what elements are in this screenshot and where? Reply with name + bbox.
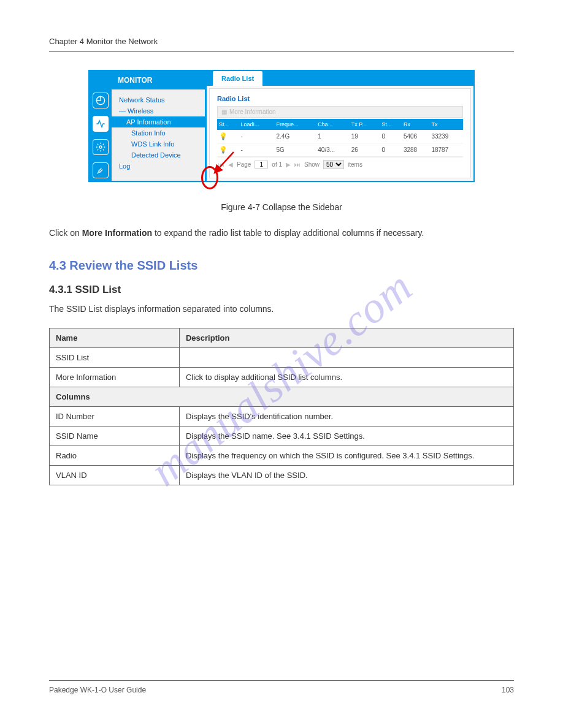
nav-station-info[interactable]: Station Info [112,127,205,138]
nav-network-status[interactable]: Network Status [112,94,205,105]
dashboard-icon[interactable] [93,93,109,108]
next-page-icon[interactable]: ▶ [286,161,291,168]
figure-caption: Figure 4-7 Collapse the Sidebar [49,200,514,214]
nav-detected-device[interactable]: Detected Device [112,150,205,161]
cell: 0 [380,143,401,157]
panel-heading: Radio List [217,95,463,102]
nav-log[interactable]: Log [112,161,205,172]
nav-ap-information[interactable]: AP Information [112,116,205,127]
definition-table: Name Description SSID List More Informat… [49,328,514,485]
table-row[interactable]: 💡 - 5G 40/3... 26 0 3288 18787 [217,143,463,157]
page-size-select[interactable]: 50 [323,160,344,169]
table-section-row: Columns [50,387,514,407]
svg-point-1 [99,146,102,148]
body-paragraph: The SSID List displays information separ… [49,302,514,316]
page-label: Page [237,161,251,168]
col-freq[interactable]: Freque... [275,119,316,130]
items-label: items [348,161,362,168]
footer-left: Pakedge WK-1-O User Guide [49,686,146,694]
header-rule [49,51,514,51]
cell: 1 [316,130,349,143]
tab-radio-list[interactable]: Radio List [213,71,262,86]
cell: - [239,143,274,157]
col-desc: Description [179,328,513,348]
cell: 19 [350,130,380,143]
sidebar-icon-rail [90,71,112,181]
cell: 26 [350,143,380,157]
table-row: SSID NameDisplays the SSID name. See 3.4… [50,427,514,446]
tab-row: Radio List [207,71,473,86]
more-information-button[interactable]: ▦ More Information [217,106,463,118]
sidebar-nav: MONITOR Network Status — Wireless AP Inf… [112,71,207,181]
body-paragraph: Click on More Information to expand the … [49,226,514,240]
col-rx[interactable]: Rx [402,119,430,130]
more-info-label: More Information [229,108,276,115]
col-tx[interactable]: Tx [429,119,463,130]
table-row[interactable]: 💡 - 2.4G 1 19 0 5406 33239 [217,130,463,143]
cell: 5406 [402,130,430,143]
table-row: More InformationClick to display additio… [50,368,514,387]
table-row: ID NumberDisplays the SSID's identificat… [50,407,514,427]
col-name: Name [50,328,180,348]
nav-wds-link-info[interactable]: WDS Link Info [112,138,205,150]
bulb-icon: 💡 [219,146,228,153]
radio-list-table: St... LoadI... Freque... Cha... Tx P... … [217,119,463,157]
show-label: Show [304,161,320,168]
bulb-icon: 💡 [219,132,228,140]
tools-icon[interactable] [93,162,109,178]
col-channel[interactable]: Cha... [316,119,349,130]
table-row: SSID List [50,348,514,368]
cell: 0 [380,130,401,143]
cell: 3288 [402,143,430,157]
info-icon: ▦ [221,108,227,115]
col-status[interactable]: St... [217,119,239,130]
nav-wireless[interactable]: — Wireless [112,105,205,116]
cell: 2.4G [275,130,316,143]
cell: 33239 [429,130,463,143]
app-screenshot: MONITOR Network Status — Wireless AP Inf… [88,70,475,182]
monitor-icon[interactable] [93,116,109,132]
gear-icon[interactable] [93,139,109,155]
page-header-text: Chapter 4 Monitor the Network [49,37,514,46]
table-row: RadioDisplays the frequency on which the… [50,446,514,466]
page-footer: Pakedge WK-1-O User Guide 103 [49,680,514,694]
cell: - [239,130,274,143]
content-panel: Radio List Radio List ▦ More Information… [207,71,473,181]
sidebar-title: MONITOR [112,71,205,89]
footer-page-number: 103 [502,686,514,694]
subsection-heading: 4.3.1 SSID List [49,284,514,296]
last-page-icon[interactable]: ⏭ [294,161,301,168]
section-heading: 4.3 Review the SSID Lists [49,259,514,273]
pagination-row: ⏮ ◀ Page of 1 ▶ ⏭ Show 50 items [217,157,463,172]
prev-page-icon[interactable]: ◀ [228,161,233,168]
cell: 5G [275,143,316,157]
page-input[interactable] [255,161,268,169]
first-page-icon[interactable]: ⏮ [218,161,224,168]
table-row: VLAN IDDisplays the VLAN ID of the SSID. [50,466,514,485]
col-txp[interactable]: Tx P... [350,119,380,130]
col-load[interactable]: LoadI... [239,119,274,130]
col-st2[interactable]: St... [380,119,401,130]
cell: 18787 [429,143,463,157]
cell: 40/3... [316,143,349,157]
of-label: of 1 [272,161,282,168]
